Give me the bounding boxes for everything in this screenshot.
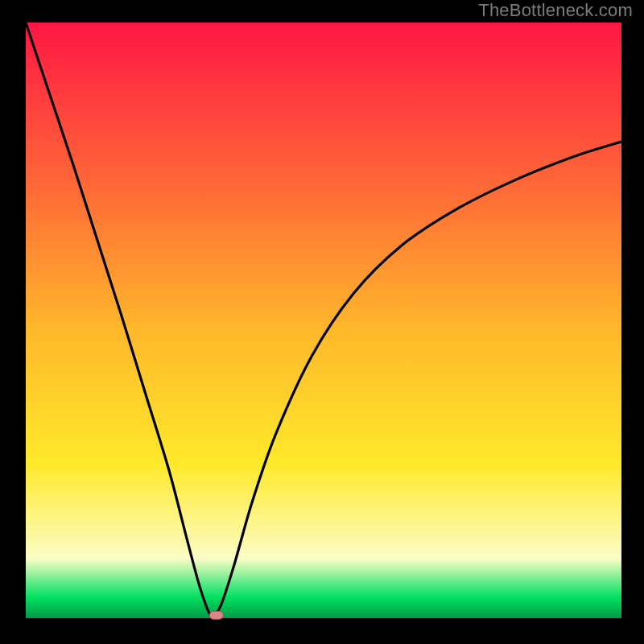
watermark-text: TheBottleneck.com — [478, 0, 633, 21]
plot-area — [26, 23, 621, 619]
gradient-background — [26, 23, 621, 618]
optimal-marker — [209, 611, 223, 619]
chart-container: TheBottleneck.com — [0, 0, 644, 644]
bottleneck-chart — [0, 0, 644, 644]
